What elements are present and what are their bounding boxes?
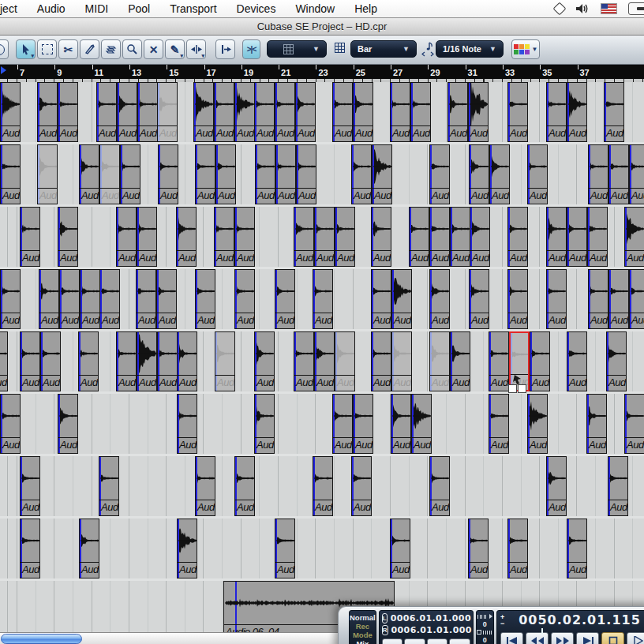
audio-event[interactable]: Aud [295,82,316,142]
right-locator-row[interactable]: R 0006.01.01.000 [382,624,470,636]
audio-event[interactable]: Aud [20,207,40,267]
color-palette-button[interactable]: ▼ [511,39,540,59]
us-flag-icon[interactable] [601,3,617,14]
audio-event[interactable]: Aud [296,144,316,204]
audio-event[interactable]: Aud [193,82,214,142]
diamond-icon[interactable] [553,2,567,16]
position-section[interactable]: + − 0050.02.01.115 [496,610,644,644]
audio-event[interactable]: Aud [313,456,333,516]
audio-event[interactable]: Aud [215,144,236,204]
audio-event[interactable]: Aud [254,82,275,142]
audio-event[interactable]: Aud [489,331,509,391]
audio-event[interactable]: Aud [567,207,587,267]
audio-event[interactable]: Aud [195,144,215,204]
audio-event[interactable]: Aud [254,394,275,454]
transport-panel[interactable]: Normal Rec Mode Mix Cycle Rec L 0006.01.… [338,606,644,644]
audio-event[interactable]: Aud [59,269,80,329]
tool-mute[interactable]: ✕ [144,39,163,59]
position-slider-handle[interactable] [541,628,543,635]
stop-button[interactable] [601,632,624,644]
audio-event[interactable]: Aud [156,269,177,329]
audio-event[interactable]: Aud [332,394,353,454]
audio-event[interactable]: Aud [391,269,412,329]
audio-event[interactable]: Aud [489,144,510,204]
audio-event[interactable]: Aud [351,456,372,516]
audio-event[interactable]: Aud [58,394,78,454]
audio-event[interactable]: Aud [137,331,157,391]
audio-event[interactable]: Aud [157,82,178,142]
tool-draw[interactable]: ✎ ▾ [165,39,185,59]
grid-type-dropdown[interactable]: ▼ [267,40,327,58]
audio-event[interactable]: Aud [37,144,58,204]
menu-item-window[interactable]: Window [295,2,335,15]
audio-event[interactable]: Aud [604,82,624,142]
audio-event[interactable]: Aud [546,207,567,267]
audio-event[interactable]: Aud [527,144,548,204]
audio-event[interactable]: Aud [409,207,429,267]
title-bar[interactable]: Cubase SE Project – HD.cpr [0,17,644,36]
audio-event[interactable]: Aud [450,207,470,267]
audio-event[interactable]: Aud [157,331,178,391]
audio-event[interactable]: Aud [78,331,99,391]
menu-item-ject[interactable]: ject [0,2,17,15]
audio-event[interactable]: Aud [0,331,8,391]
audio-event[interactable]: Aud [177,394,197,454]
locator-button[interactable] [382,638,403,644]
audio-event[interactable]: Aud [58,82,78,142]
audio-event[interactable]: Aud [116,331,137,391]
tool-split[interactable]: ✂ [58,39,78,59]
audio-event[interactable]: Aud [507,82,528,142]
audio-event[interactable]: Aud [0,269,21,329]
audio-event[interactable]: Aud [371,269,391,329]
menu-item-audio[interactable]: Audio [37,2,66,15]
audio-event[interactable]: Aud [335,207,355,267]
audio-event[interactable]: Aud [371,331,391,391]
audio-event[interactable]: Aud [136,269,156,329]
audio-event[interactable]: Aud [313,269,333,329]
menu-item-midi[interactable]: MIDI [85,2,109,15]
locator-button[interactable] [449,638,470,644]
audio-event[interactable]: Aud [96,82,117,142]
audio-event[interactable]: Aud [137,207,157,267]
audio-event[interactable]: Aud [429,269,450,329]
audio-event[interactable]: Aud [116,207,137,267]
audio-event[interactable]: Aud [629,144,644,204]
audio-event[interactable]: Aud [567,519,587,578]
left-locator-row[interactable]: L 0006.01.01.000 [382,612,470,624]
audio-event[interactable]: Aud [371,207,391,267]
audio-event[interactable]: Aud [332,82,353,142]
audio-event[interactable]: Aud [234,269,255,329]
audio-event[interactable]: Aud [20,519,40,578]
tool-zoom[interactable] [122,39,142,59]
audio-event[interactable]: Aud [608,144,629,204]
audio-event[interactable]: Aud [546,82,567,142]
audio-event[interactable]: Aud [608,456,628,516]
audio-event[interactable]: Aud [410,82,431,142]
tool-glue[interactable] [80,39,99,59]
audio-event[interactable]: Aud [447,82,468,142]
locators-section[interactable]: L 0006.01.01.000 R 0006.01.01.000 [379,610,474,644]
audio-event[interactable]: Aud [214,82,234,142]
audio-event[interactable]: Aud [234,82,255,142]
audio-event[interactable]: Aud [177,331,197,391]
locator-button[interactable] [427,638,448,644]
audio-event[interactable]: Aud [214,207,234,267]
quantize-dropdown[interactable]: 1/16 Note ▼ [436,40,504,58]
audio-event[interactable]: Aud [314,331,335,391]
audio-event[interactable]: Aud [99,144,120,204]
audio-event[interactable]: Aud [429,331,450,391]
tool-object-selection[interactable]: ▾ [16,39,36,59]
audio-event[interactable]: Aud [234,456,255,516]
audio-event[interactable]: Aud [275,519,295,578]
go-to-end-button[interactable] [576,632,599,644]
audio-event[interactable]: Aud [468,519,489,578]
audio-event[interactable]: Aud [429,207,450,267]
audio-event[interactable]: Aud [587,207,608,267]
audio-event[interactable]: Aud [294,207,314,267]
audio-event[interactable]: Aud [0,82,21,142]
audio-event[interactable]: Aud [351,144,372,204]
audio-event[interactable]: Aud [527,394,548,454]
audio-event[interactable]: Aud [0,144,21,204]
audio-event[interactable]: Aud [411,394,432,454]
audio-event[interactable]: Aud [158,144,178,204]
